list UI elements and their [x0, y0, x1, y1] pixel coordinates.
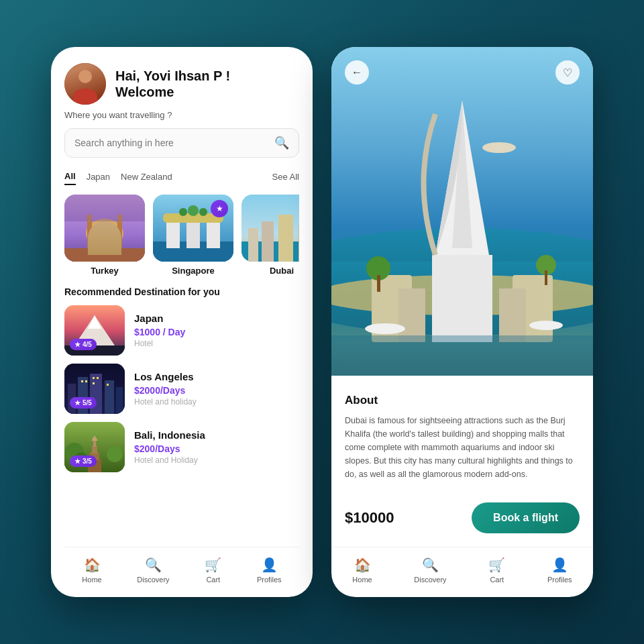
nav-cart-left[interactable]: 🛒 Cart	[205, 557, 221, 584]
cart-icon-right: 🛒	[488, 557, 505, 573]
detail-footer: $10000 Book a flight	[331, 492, 593, 547]
la-price: $2000/Days	[134, 385, 197, 396]
svg-rect-34	[81, 380, 83, 382]
book-flight-button[interactable]: Book a flight	[472, 502, 580, 533]
svg-point-65	[365, 323, 405, 334]
bali-thumb: ★ 3/5	[64, 422, 125, 472]
search-icon: 🔍	[274, 136, 289, 150]
nav-cart-label-left: Cart	[206, 576, 220, 584]
nav-discovery-left[interactable]: 🔍 Discovery	[137, 557, 169, 584]
svg-point-56	[482, 142, 516, 153]
turkey-scene-svg	[64, 195, 145, 262]
left-phone-content: Hai, Yovi Ihsan P ! Welcome Where you wa…	[51, 47, 313, 597]
home-icon-left: 🏠	[84, 557, 101, 573]
recommended-title: Recommended Destination for you	[64, 286, 299, 297]
rec-item-bali[interactable]: ★ 3/5 Bali, Indonesia $200/Days Hotel an…	[64, 422, 299, 472]
welcome-text: Welcome	[115, 84, 230, 100]
svg-rect-21	[262, 221, 274, 262]
singapore-star-badge: ★	[211, 200, 228, 217]
bali-rating: ★ 3/5	[70, 455, 97, 467]
svg-rect-44	[93, 441, 96, 447]
nav-cart-right[interactable]: 🛒 Cart	[488, 557, 505, 584]
rec-item-la[interactable]: ★ 5/5 Los Angeles $2000/Days Hotel and h…	[64, 364, 299, 414]
discovery-icon-left: 🔍	[145, 557, 162, 573]
svg-rect-22	[278, 215, 293, 262]
svg-rect-64	[545, 270, 547, 285]
nav-profiles-label-left: Profiles	[257, 576, 282, 584]
svg-point-66	[529, 321, 563, 330]
japan-type: Hotel	[134, 339, 185, 348]
left-bottom-nav: 🏠 Home 🔍 Discovery 🛒 Cart 👤 Profiles	[64, 547, 299, 597]
japan-thumb: ★ 4/5	[64, 305, 125, 356]
profiles-icon-right: 👤	[551, 557, 568, 573]
bali-type: Hotel and Holiday	[134, 455, 205, 465]
search-input[interactable]	[74, 138, 274, 148]
nav-home-right[interactable]: 🏠 Home	[352, 557, 372, 584]
subtitle-text: Where you want travelling ?	[64, 110, 299, 120]
svg-rect-23	[299, 225, 299, 262]
detail-section: About Dubai is famous for sightseeing at…	[331, 380, 593, 492]
category-tabs: All Japan New Zealand See All	[64, 168, 299, 185]
dest-card-dubai[interactable]: Dubai	[241, 195, 299, 276]
svg-rect-33	[116, 387, 123, 414]
bali-price: $200/Days	[134, 443, 205, 454]
discovery-icon-right: 🔍	[422, 557, 439, 573]
svg-rect-11	[166, 221, 180, 248]
dest-card-singapore[interactable]: ★ Singapore	[153, 195, 233, 276]
svg-rect-37	[97, 377, 99, 379]
japan-price: $1000 / Day	[134, 327, 185, 337]
greeting-text: Hai, Yovi Ihsan P !	[115, 68, 230, 84]
greeting-block: Hai, Yovi Ihsan P ! Welcome	[115, 68, 230, 100]
svg-point-16	[179, 208, 187, 216]
nav-home-label-right: Home	[352, 576, 372, 584]
header-row: Hai, Yovi Ihsan P ! Welcome	[64, 63, 299, 105]
dubai-scene-svg	[241, 195, 299, 262]
svg-rect-7	[64, 248, 145, 262]
svg-rect-53	[432, 255, 492, 342]
svg-rect-35	[85, 380, 87, 382]
nav-discovery-right[interactable]: 🔍 Discovery	[414, 557, 446, 584]
phone-right: ← ♡ About Dubai is famous for sightseein…	[331, 47, 593, 597]
svg-rect-60	[499, 288, 526, 342]
profiles-icon-left: 👤	[261, 557, 278, 573]
nav-home-left[interactable]: 🏠 Home	[82, 557, 101, 584]
svg-rect-5	[117, 218, 122, 255]
favorite-button[interactable]: ♡	[555, 60, 580, 85]
tab-all[interactable]: All	[64, 168, 76, 185]
svg-rect-32	[105, 380, 114, 414]
japan-name: Japan	[134, 313, 185, 324]
nav-discovery-label-left: Discovery	[137, 576, 169, 584]
la-name: Los Angeles	[134, 371, 197, 382]
see-all-link[interactable]: See All	[272, 172, 299, 182]
svg-rect-3	[87, 218, 92, 255]
japan-info: Japan $1000 / Day Hotel	[134, 313, 185, 348]
rec-item-japan[interactable]: ★ 4/5 Japan $1000 / Day Hotel	[64, 305, 299, 356]
tab-japan[interactable]: Japan	[87, 169, 110, 184]
tab-newzealand[interactable]: New Zealand	[121, 169, 172, 184]
svg-point-47	[107, 446, 123, 462]
cart-icon-left: 🛒	[205, 557, 221, 573]
turkey-image	[64, 195, 145, 262]
la-rating: ★ 5/5	[70, 397, 97, 409]
right-bottom-nav: 🏠 Home 🔍 Discovery 🛒 Cart 👤 Profiles	[331, 547, 593, 597]
dubai-image	[241, 195, 299, 262]
la-info: Los Angeles $2000/Days Hotel and holiday	[134, 371, 197, 407]
nav-profiles-right[interactable]: 👤 Profiles	[547, 557, 572, 584]
nav-discovery-label-right: Discovery	[414, 576, 446, 584]
nav-profiles-left[interactable]: 👤 Profiles	[257, 557, 282, 584]
phone-left: Hai, Yovi Ihsan P ! Welcome Where you wa…	[51, 47, 313, 597]
svg-rect-8	[64, 195, 145, 221]
dest-card-turkey[interactable]: Turkey	[64, 195, 145, 276]
svg-rect-63	[377, 275, 380, 292]
bali-name: Bali, Indonesia	[134, 429, 205, 441]
about-title: About	[345, 394, 580, 407]
turkey-label: Turkey	[64, 266, 145, 276]
dubai-hero-svg	[331, 47, 593, 376]
svg-rect-36	[93, 377, 95, 379]
hero-area: ← ♡	[331, 47, 593, 380]
back-button[interactable]: ←	[345, 60, 369, 85]
avatar	[64, 63, 106, 105]
search-bar[interactable]: 🔍	[64, 128, 299, 158]
japan-rating: ★ 4/5	[70, 339, 97, 350]
dubai-label: Dubai	[241, 266, 299, 276]
